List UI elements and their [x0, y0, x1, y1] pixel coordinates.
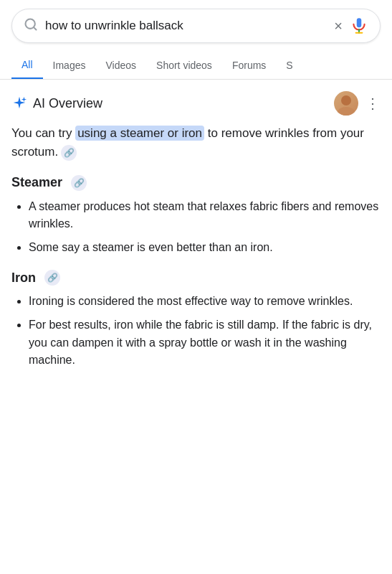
svg-line-1: [34, 27, 37, 29]
tab-forums[interactable]: Forums: [222, 52, 276, 80]
tab-short-videos[interactable]: Short videos: [146, 52, 222, 80]
iron-bullet-list: Ironing is considered the most effective…: [11, 293, 381, 370]
tab-videos[interactable]: Videos: [95, 52, 146, 80]
search-clear-button[interactable]: ×: [334, 19, 343, 33]
steamer-link-icon[interactable]: 🔗: [71, 175, 87, 191]
list-item: For best results, iron while the fabric …: [29, 316, 381, 370]
steamer-title-text: Steamer: [11, 175, 62, 190]
voice-search-button[interactable]: [350, 17, 368, 35]
ai-overview-section: AI Overview ⋮ You can try using a steame…: [0, 80, 392, 370]
ai-overview-header: AI Overview ⋮: [11, 91, 381, 116]
tab-all[interactable]: All: [11, 52, 43, 80]
tab-more[interactable]: S: [276, 52, 302, 80]
nav-tabs: All Images Videos Short videos Forums S: [0, 52, 392, 80]
ai-overview-controls: ⋮: [334, 91, 381, 116]
search-bar-container: how to unwrinkle ballsack ×: [0, 0, 392, 52]
ai-text-before: You can try: [11, 126, 75, 140]
ai-overview-title-group: AI Overview: [11, 95, 102, 111]
search-icon: [24, 17, 38, 35]
ai-main-paragraph: You can try using a steamer or iron to r…: [11, 124, 381, 162]
ai-highlight-text: using a steamer or iron: [75, 126, 204, 141]
steamer-section-title: Steamer 🔗: [11, 175, 381, 191]
tab-images[interactable]: Images: [43, 52, 96, 80]
more-options-button[interactable]: ⋮: [365, 96, 381, 110]
ai-overview-label: AI Overview: [33, 96, 102, 111]
svg-rect-2: [357, 18, 362, 27]
list-item: Some say a steamer is even better than a…: [29, 239, 381, 257]
search-bar: how to unwrinkle ballsack ×: [11, 9, 381, 43]
iron-section-title: Iron 🔗: [11, 270, 381, 286]
list-item: Ironing is considered the most effective…: [29, 293, 381, 311]
main-link-icon[interactable]: 🔗: [61, 145, 77, 161]
avatar[interactable]: [334, 91, 358, 116]
iron-title-text: Iron: [11, 270, 36, 286]
ai-spark-icon: [11, 95, 27, 111]
list-item: A steamer produces hot steam that relaxe…: [29, 198, 381, 234]
iron-link-icon[interactable]: 🔗: [44, 270, 60, 286]
search-query-text[interactable]: how to unwrinkle ballsack: [45, 19, 327, 33]
steamer-bullet-list: A steamer produces hot steam that relaxe…: [11, 198, 381, 257]
